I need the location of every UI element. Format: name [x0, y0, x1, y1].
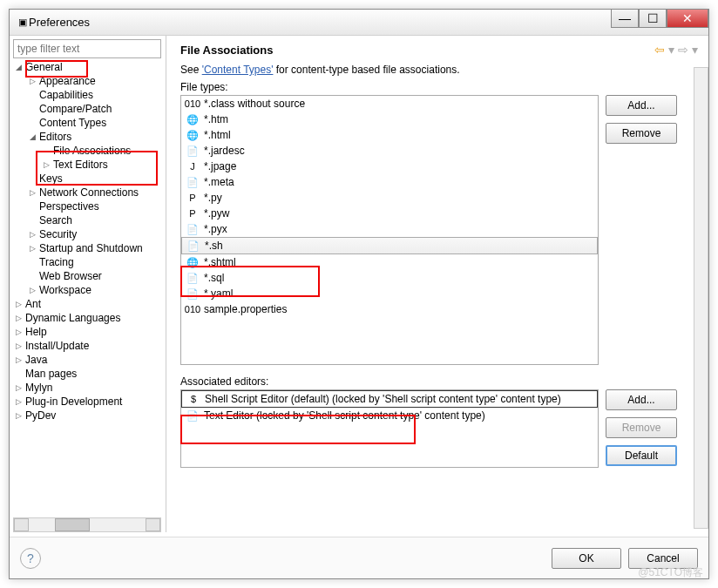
tree-appearance[interactable]: ▷Appearance [13, 74, 162, 88]
file-type-row[interactable]: 📄*.sql [181, 270, 598, 286]
tree-security[interactable]: ▷Security [13, 227, 162, 241]
file-type-row[interactable]: 🌐*.htm [181, 112, 598, 127]
editor-row[interactable]: 📄Text Editor (locked by 'Shell script co… [181, 408, 598, 423]
file-icon: P [186, 192, 199, 204]
file-types-label: File types: [180, 81, 698, 93]
back-icon[interactable]: ⇦ [654, 43, 665, 57]
tree-install-update[interactable]: ▷Install/Update [13, 339, 162, 353]
tree-dynlang[interactable]: ▷Dynamic Languages [13, 311, 162, 325]
file-icon: 📄 [186, 176, 199, 188]
maximize-button[interactable]: ☐ [639, 9, 667, 28]
remove-editor-button[interactable]: Remove [606, 417, 677, 438]
tree-compare[interactable]: Compare/Patch [13, 102, 162, 116]
file-type-row[interactable]: 📄*.pyx [181, 221, 598, 237]
tree-web-browser[interactable]: Web Browser [13, 269, 162, 283]
content-types-hint: See 'Content Types' for content-type bas… [180, 64, 698, 76]
file-type-row[interactable]: 📄*.sh [181, 237, 598, 254]
file-type-row[interactable]: J*.jpage [181, 159, 598, 174]
file-type-row[interactable]: 📄*.jardesc [181, 143, 598, 159]
editor-name: Text Editor (locked by 'Shell script con… [204, 409, 485, 422]
file-type-name: *.htm [204, 113, 228, 125]
titlebar[interactable]: ▣ Preferences — ☐ ✕ [10, 10, 708, 36]
file-icon: 📄 [187, 240, 200, 252]
tree-mylyn[interactable]: ▷Mylyn [13, 381, 162, 395]
tree-man-pages[interactable]: Man pages [13, 367, 162, 381]
tree-keys[interactable]: Keys [13, 172, 162, 186]
file-icon: 📄 [186, 145, 199, 157]
editor-row[interactable]: $Shell Script Editor (default) (locked b… [181, 390, 598, 408]
preferences-tree[interactable]: ◢General ▷Appearance Capabilities Compar… [13, 60, 162, 504]
editor-icon: 📄 [186, 409, 199, 422]
file-type-name: *.pyx [204, 223, 227, 235]
main-vscroll[interactable] [694, 67, 708, 529]
close-button[interactable]: ✕ [667, 9, 708, 28]
sidebar-hscroll[interactable] [13, 517, 161, 532]
tree-pydev[interactable]: ▷PyDev [13, 409, 162, 422]
tree-text-editors[interactable]: ▷Text Editors [13, 158, 162, 172]
sidebar: ◢General ▷Appearance Capabilities Compar… [10, 36, 166, 532]
tree-ant[interactable]: ▷Ant [13, 297, 162, 311]
file-icon: 📄 [186, 223, 199, 235]
add-filetype-button[interactable]: Add... [606, 95, 677, 116]
file-type-name: *.jardesc [204, 145, 245, 157]
file-type-name: *.jpage [204, 160, 236, 172]
tree-content-types[interactable]: Content Types [13, 116, 162, 130]
app-icon: ▣ [17, 17, 29, 29]
tree-java[interactable]: ▷Java [13, 353, 162, 367]
minimize-button[interactable]: — [611, 9, 639, 28]
add-editor-button[interactable]: Add... [606, 389, 677, 410]
file-type-row[interactable]: 010sample.properties [181, 301, 598, 317]
file-type-name: *.pyw [204, 207, 229, 220]
tree-general[interactable]: ◢General [13, 60, 162, 74]
file-type-name: *.sh [205, 240, 223, 252]
tree-capabilities[interactable]: Capabilities [13, 88, 162, 102]
file-type-row[interactable]: P*.py [181, 190, 598, 206]
tree-perspectives[interactable]: Perspectives [13, 199, 162, 213]
tree-help[interactable]: ▷Help [13, 325, 162, 339]
file-types-list[interactable]: 010*.class without source🌐*.htm🌐*.html📄*… [180, 95, 599, 365]
tree-tracing[interactable]: Tracing [13, 255, 162, 269]
tree-file-associations[interactable]: File Associations [13, 144, 162, 158]
forward-icon[interactable]: ⇨ [678, 43, 688, 57]
file-type-row[interactable]: 🌐*.shtml [181, 254, 598, 270]
file-type-row[interactable]: 010*.class without source [181, 96, 598, 112]
content-types-link[interactable]: 'Content Types' [202, 64, 274, 76]
ok-button[interactable]: OK [552, 548, 621, 569]
file-icon: 🌐 [186, 129, 199, 141]
file-type-name: *.yaml [204, 287, 233, 300]
file-icon: J [186, 160, 199, 172]
filter-input[interactable] [13, 39, 161, 58]
editor-name: Shell Script Editor (default) (locked by… [205, 393, 561, 405]
file-type-row[interactable]: 📄*.yaml [181, 286, 598, 301]
associated-editors-list[interactable]: $Shell Script Editor (default) (locked b… [180, 389, 599, 468]
file-type-name: *.class without source [204, 98, 305, 110]
file-type-name: *.sql [204, 272, 224, 284]
file-icon: 📄 [186, 287, 199, 300]
tree-workspace[interactable]: ▷Workspace [13, 283, 162, 297]
tree-editors[interactable]: ◢Editors [13, 130, 162, 144]
editor-icon: $ [187, 393, 200, 405]
tree-network[interactable]: ▷Network Connections [13, 186, 162, 199]
file-type-row[interactable]: P*.pyw [181, 206, 598, 221]
file-icon: 010 [186, 303, 199, 315]
assoc-editors-label: Associated editors: [180, 375, 698, 388]
tree-plugin-dev[interactable]: ▷Plug-in Development [13, 395, 162, 409]
file-type-row[interactable]: 📄*.meta [181, 174, 598, 190]
help-icon[interactable]: ? [20, 548, 41, 569]
forward-menu-icon[interactable]: ▾ [692, 43, 698, 57]
file-type-name: *.py [204, 192, 222, 204]
tree-search[interactable]: Search [13, 213, 162, 227]
bottom-bar: ? OK Cancel [10, 537, 708, 578]
default-editor-button[interactable]: Default [606, 445, 677, 466]
file-type-name: *.shtml [204, 256, 236, 268]
nav-arrows: ⇦▾ ⇨▾ [654, 43, 698, 57]
file-type-name: *.meta [204, 176, 234, 188]
tree-startup[interactable]: ▷Startup and Shutdown [13, 241, 162, 255]
file-icon: 🌐 [186, 113, 199, 125]
file-type-row[interactable]: 🌐*.html [181, 127, 598, 143]
file-icon: 010 [186, 98, 199, 110]
back-menu-icon[interactable]: ▾ [668, 43, 674, 57]
remove-filetype-button[interactable]: Remove [606, 123, 677, 144]
file-type-name: sample.properties [204, 303, 287, 315]
page-title: File Associations [180, 44, 654, 57]
